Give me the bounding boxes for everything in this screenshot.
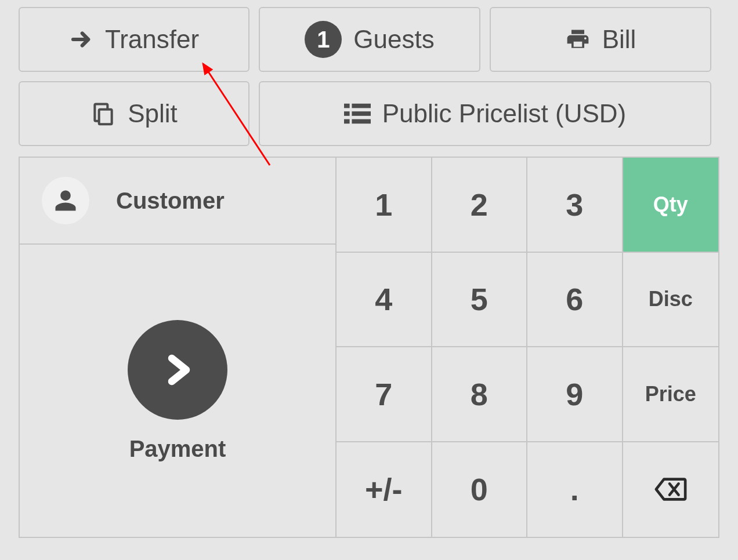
key-disc[interactable]: Disc <box>623 253 719 348</box>
transfer-button[interactable]: Transfer <box>19 7 249 72</box>
key-qty[interactable]: Qty <box>623 158 719 253</box>
bill-label: Bill <box>602 25 636 54</box>
list-icon <box>344 101 371 126</box>
bill-button[interactable]: Bill <box>490 7 711 72</box>
pricelist-label: Public Pricelist (USD) <box>382 99 627 128</box>
key-5[interactable]: 5 <box>432 253 528 348</box>
key-4[interactable]: 4 <box>337 253 432 348</box>
copy-icon <box>91 101 116 126</box>
svg-rect-6 <box>352 119 371 124</box>
key-2[interactable]: 2 <box>432 158 528 253</box>
svg-rect-3 <box>344 111 350 116</box>
key-backspace[interactable] <box>623 442 719 537</box>
arrow-right-icon <box>69 27 93 52</box>
key-7[interactable]: 7 <box>337 347 432 442</box>
action-row-2: Split Public Pricelist (USD) <box>19 81 719 146</box>
key-3[interactable]: 3 <box>527 158 623 253</box>
customer-button[interactable]: Customer <box>20 158 335 245</box>
svg-rect-1 <box>344 104 350 108</box>
key-dot[interactable]: . <box>527 442 623 537</box>
svg-rect-4 <box>352 111 371 116</box>
svg-rect-5 <box>344 119 350 124</box>
customer-label: Customer <box>116 188 225 214</box>
pricelist-button[interactable]: Public Pricelist (USD) <box>259 81 711 146</box>
printer-icon <box>565 27 591 52</box>
guests-label: Guests <box>353 25 434 54</box>
payment-label: Payment <box>129 436 226 462</box>
svg-rect-0 <box>99 110 112 125</box>
main-panel: Customer Payment 1 2 3 Qty 4 5 6 Disc 7 … <box>19 157 719 538</box>
key-plusminus[interactable]: +/- <box>337 442 432 537</box>
key-9[interactable]: 9 <box>527 347 623 442</box>
user-icon <box>42 177 89 224</box>
svg-rect-2 <box>352 104 371 108</box>
payment-button[interactable]: Payment <box>20 245 335 537</box>
guests-count-badge: 1 <box>305 21 342 58</box>
chevron-right-icon <box>128 320 227 420</box>
numeric-keypad: 1 2 3 Qty 4 5 6 Disc 7 8 9 Price +/- 0 . <box>337 158 718 537</box>
key-price[interactable]: Price <box>623 347 719 442</box>
backspace-icon <box>654 477 688 502</box>
split-button[interactable]: Split <box>19 81 249 146</box>
guests-button[interactable]: 1 Guests <box>259 7 480 72</box>
key-0[interactable]: 0 <box>432 442 528 537</box>
transfer-label: Transfer <box>105 25 199 54</box>
key-8[interactable]: 8 <box>432 347 528 442</box>
split-label: Split <box>128 99 178 128</box>
left-panel: Customer Payment <box>20 158 337 537</box>
action-row-1: Transfer 1 Guests Bill <box>19 7 719 72</box>
key-1[interactable]: 1 <box>337 158 432 253</box>
key-6[interactable]: 6 <box>527 253 623 348</box>
